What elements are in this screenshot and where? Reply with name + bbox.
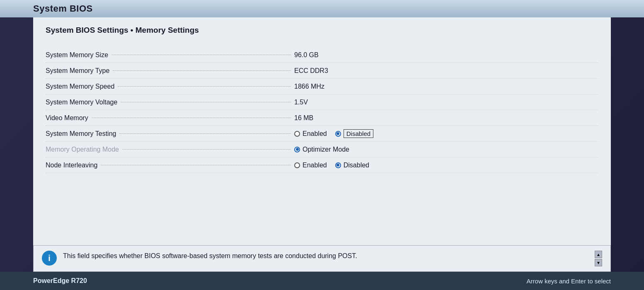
value-memory-operating-mode: Optimizer Mode — [294, 143, 598, 156]
settings-row-system-memory-type: System Memory TypeECC DDR3 — [46, 63, 598, 79]
radio-label1-node-interleaving: Enabled — [303, 162, 327, 169]
scroll-up-button[interactable]: ▲ — [595, 251, 602, 258]
label-system-memory-size: System Memory Size — [46, 49, 294, 61]
window-title: System BIOS — [33, 3, 636, 14]
value-system-memory-size: 96.0 GB — [294, 49, 598, 61]
label-text-system-memory-voltage: System Memory Voltage — [46, 99, 117, 106]
settings-container: System Memory Size96.0 GBSystem Memory T… — [46, 47, 598, 173]
label-text-memory-operating-mode: Memory Operating Mode — [46, 146, 119, 153]
bottom-bar: PowerEdge R720 Arrow keys and Enter to s… — [0, 272, 644, 290]
dots-node-interleaving — [101, 165, 291, 165]
settings-row-system-memory-testing: System Memory TestingEnabledDisabled — [46, 126, 598, 142]
dots-memory-operating-mode — [122, 149, 291, 150]
value-text-video-memory: 16 MB — [294, 114, 313, 122]
label-text-system-memory-speed: System Memory Speed — [46, 83, 114, 90]
radio-option1-memory-operating-mode[interactable]: Optimizer Mode — [294, 146, 349, 153]
value-system-memory-type: ECC DDR3 — [294, 65, 598, 77]
dots-system-memory-speed — [118, 86, 291, 87]
dots-system-memory-type — [113, 70, 291, 71]
radio-label2-node-interleaving: Disabled — [344, 162, 369, 169]
value-text-system-memory-speed: 1866 MHz — [294, 83, 324, 90]
radio-option1-node-interleaving[interactable]: Enabled — [294, 162, 327, 169]
info-icon: i — [42, 251, 57, 266]
radio-circle1-node-interleaving — [294, 162, 300, 168]
value-system-memory-speed: 1866 MHz — [294, 80, 598, 93]
settings-row-system-memory-voltage: System Memory Voltage1.5V — [46, 94, 598, 110]
label-system-memory-voltage: System Memory Voltage — [46, 96, 294, 109]
dots-system-memory-voltage — [121, 102, 291, 102]
label-node-interleaving: Node Interleaving — [46, 159, 294, 172]
radio-label2-system-memory-testing: Disabled — [344, 129, 373, 138]
radio-circle1-memory-operating-mode — [294, 147, 300, 152]
settings-row-memory-operating-mode: Memory Operating ModeOptimizer Mode — [46, 142, 598, 157]
dots-system-memory-size — [111, 55, 291, 55]
info-scrollbar: ▲ ▼ — [595, 251, 602, 266]
device-label: PowerEdge R720 — [33, 277, 87, 285]
label-memory-operating-mode: Memory Operating Mode — [46, 143, 294, 156]
radio-label1-system-memory-testing: Enabled — [303, 130, 327, 138]
value-video-memory: 16 MB — [294, 112, 598, 124]
radio-circle2-system-memory-testing — [335, 131, 341, 137]
scroll-down-button[interactable]: ▼ — [595, 259, 602, 266]
radio-option1-system-memory-testing[interactable]: Enabled — [294, 130, 327, 138]
value-node-interleaving: EnabledDisabled — [294, 159, 598, 172]
label-system-memory-testing: System Memory Testing — [46, 128, 294, 140]
radio-label1-memory-operating-mode: Optimizer Mode — [303, 146, 349, 153]
settings-row-node-interleaving: Node InterleavingEnabledDisabled — [46, 157, 598, 173]
label-system-memory-type: System Memory Type — [46, 65, 294, 77]
label-text-node-interleaving: Node Interleaving — [46, 162, 97, 169]
radio-option2-node-interleaving[interactable]: Disabled — [335, 162, 369, 169]
value-system-memory-testing: EnabledDisabled — [294, 127, 598, 140]
value-system-memory-voltage: 1.5V — [294, 96, 598, 109]
value-text-system-memory-type: ECC DDR3 — [294, 67, 328, 75]
radio-option2-system-memory-testing[interactable]: Disabled — [335, 129, 373, 138]
title-bar: System BIOS — [0, 0, 644, 17]
breadcrumb: System BIOS Settings • Memory Settings — [46, 26, 598, 39]
label-text-video-memory: Video Memory — [46, 114, 88, 122]
radio-circle1-system-memory-testing — [294, 131, 300, 137]
label-text-system-memory-testing: System Memory Testing — [46, 130, 116, 138]
label-video-memory: Video Memory — [46, 112, 294, 124]
main-content: System BIOS Settings • Memory Settings S… — [33, 17, 611, 245]
label-text-system-memory-size: System Memory Size — [46, 51, 108, 59]
dots-system-memory-testing — [119, 133, 291, 134]
info-text: This field specifies whether BIOS softwa… — [63, 251, 588, 260]
label-text-system-memory-type: System Memory Type — [46, 67, 109, 75]
value-text-system-memory-voltage: 1.5V — [294, 99, 308, 106]
label-system-memory-speed: System Memory Speed — [46, 80, 294, 93]
settings-row-video-memory: Video Memory16 MB — [46, 110, 598, 126]
screen-wrapper: System BIOS System BIOS Settings • Memor… — [0, 0, 644, 290]
settings-row-system-memory-speed: System Memory Speed1866 MHz — [46, 79, 598, 94]
dots-video-memory — [92, 118, 291, 118]
settings-row-system-memory-size: System Memory Size96.0 GB — [46, 47, 598, 63]
radio-circle2-node-interleaving — [335, 162, 341, 168]
instruction-label: Arrow keys and Enter to select — [527, 278, 611, 285]
info-panel: i This field specifies whether BIOS soft… — [33, 245, 611, 272]
value-text-system-memory-size: 96.0 GB — [294, 51, 319, 59]
